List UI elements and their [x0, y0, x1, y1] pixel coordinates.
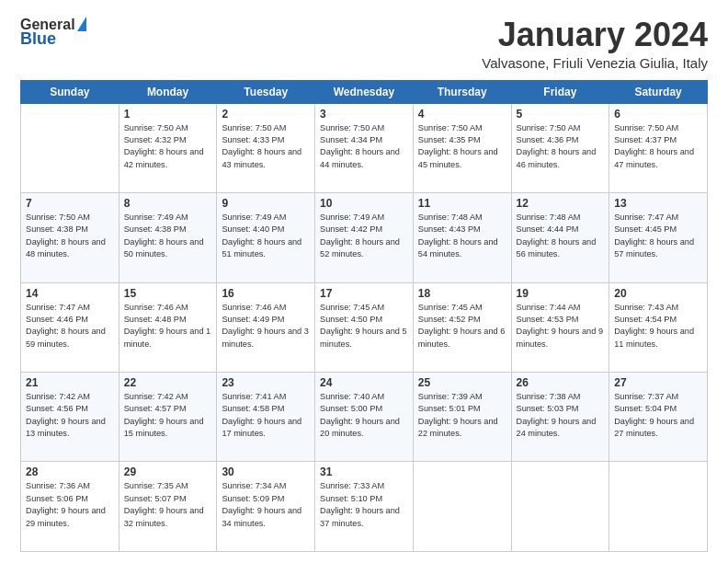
day-number: 6 — [614, 108, 702, 121]
day-number: 16 — [222, 287, 310, 300]
day-number: 13 — [614, 197, 702, 210]
day-number: 3 — [320, 108, 408, 121]
table-cell — [511, 462, 609, 552]
day-number: 19 — [517, 287, 605, 300]
header: General Blue January 2024 Valvasone, Fri… — [20, 17, 708, 71]
cell-info: Sunrise: 7:48 AMSunset: 4:43 PMDaylight:… — [418, 212, 506, 260]
table-cell: 6Sunrise: 7:50 AMSunset: 4:37 PMDaylight… — [609, 103, 708, 192]
col-monday: Monday — [119, 80, 217, 103]
day-number: 27 — [614, 376, 702, 389]
calendar-header-row: Sunday Monday Tuesday Wednesday Thursday… — [21, 80, 708, 103]
table-cell: 13Sunrise: 7:47 AMSunset: 4:45 PMDayligh… — [609, 193, 708, 282]
table-cell: 27Sunrise: 7:37 AMSunset: 5:04 PMDayligh… — [609, 373, 708, 462]
page: General Blue January 2024 Valvasone, Fri… — [0, 0, 728, 563]
location: Valvasone, Friuli Venezia Giulia, Italy — [482, 55, 708, 71]
table-cell: 20Sunrise: 7:43 AMSunset: 4:54 PMDayligh… — [609, 282, 708, 372]
cell-info: Sunrise: 7:44 AMSunset: 4:53 PMDaylight:… — [517, 302, 605, 350]
table-cell: 15Sunrise: 7:46 AMSunset: 4:48 PMDayligh… — [119, 282, 217, 372]
cell-info: Sunrise: 7:46 AMSunset: 4:48 PMDaylight:… — [124, 302, 212, 350]
table-cell: 3Sunrise: 7:50 AMSunset: 4:34 PMDaylight… — [315, 103, 414, 192]
table-cell: 21Sunrise: 7:42 AMSunset: 4:56 PMDayligh… — [21, 373, 119, 462]
table-cell: 26Sunrise: 7:38 AMSunset: 5:03 PMDayligh… — [511, 373, 609, 462]
table-cell: 17Sunrise: 7:45 AMSunset: 4:50 PMDayligh… — [315, 282, 414, 372]
day-number: 28 — [26, 465, 114, 478]
day-number: 17 — [320, 287, 408, 300]
day-number: 4 — [418, 108, 506, 121]
table-cell: 11Sunrise: 7:48 AMSunset: 4:43 PMDayligh… — [413, 193, 511, 282]
day-number: 9 — [222, 197, 310, 210]
cell-info: Sunrise: 7:49 AMSunset: 4:38 PMDaylight:… — [124, 212, 212, 260]
cell-info: Sunrise: 7:49 AMSunset: 4:42 PMDaylight:… — [320, 212, 408, 260]
day-number: 11 — [418, 197, 506, 210]
cell-info: Sunrise: 7:39 AMSunset: 5:01 PMDaylight:… — [418, 391, 506, 440]
table-cell: 1Sunrise: 7:50 AMSunset: 4:32 PMDaylight… — [119, 103, 217, 192]
table-cell: 9Sunrise: 7:49 AMSunset: 4:40 PMDaylight… — [217, 193, 315, 282]
day-number: 30 — [222, 465, 310, 478]
day-number: 23 — [222, 376, 310, 389]
cell-info: Sunrise: 7:48 AMSunset: 4:44 PMDaylight:… — [517, 212, 605, 260]
table-cell: 23Sunrise: 7:41 AMSunset: 4:58 PMDayligh… — [217, 373, 315, 462]
table-cell: 18Sunrise: 7:45 AMSunset: 4:52 PMDayligh… — [413, 282, 511, 372]
logo: General Blue — [20, 17, 86, 49]
day-number: 7 — [26, 197, 114, 210]
cell-info: Sunrise: 7:50 AMSunset: 4:32 PMDaylight:… — [124, 122, 212, 171]
day-number: 20 — [614, 287, 702, 300]
cell-info: Sunrise: 7:47 AMSunset: 4:46 PMDaylight:… — [26, 302, 114, 350]
day-number: 8 — [124, 197, 212, 210]
col-tuesday: Tuesday — [217, 80, 315, 103]
table-cell — [609, 462, 708, 552]
table-cell: 28Sunrise: 7:36 AMSunset: 5:06 PMDayligh… — [21, 462, 119, 552]
cell-info: Sunrise: 7:36 AMSunset: 5:06 PMDaylight:… — [26, 480, 114, 529]
table-cell: 24Sunrise: 7:40 AMSunset: 5:00 PMDayligh… — [315, 373, 414, 462]
col-wednesday: Wednesday — [315, 80, 414, 103]
table-cell: 31Sunrise: 7:33 AMSunset: 5:10 PMDayligh… — [315, 462, 414, 552]
table-cell: 12Sunrise: 7:48 AMSunset: 4:44 PMDayligh… — [511, 193, 609, 282]
cell-info: Sunrise: 7:45 AMSunset: 4:50 PMDaylight:… — [320, 302, 408, 350]
day-number: 25 — [418, 376, 506, 389]
day-number: 29 — [124, 465, 212, 478]
cell-info: Sunrise: 7:50 AMSunset: 4:38 PMDaylight:… — [26, 212, 114, 260]
table-cell: 5Sunrise: 7:50 AMSunset: 4:36 PMDaylight… — [511, 103, 609, 192]
cell-info: Sunrise: 7:50 AMSunset: 4:34 PMDaylight:… — [320, 122, 408, 171]
cell-info: Sunrise: 7:50 AMSunset: 4:36 PMDaylight:… — [517, 122, 605, 171]
day-number: 5 — [517, 108, 605, 121]
cell-info: Sunrise: 7:41 AMSunset: 4:58 PMDaylight:… — [222, 391, 310, 440]
table-cell: 16Sunrise: 7:46 AMSunset: 4:49 PMDayligh… — [217, 282, 315, 372]
title-block: January 2024 Valvasone, Friuli Venezia G… — [482, 17, 708, 71]
cell-info: Sunrise: 7:47 AMSunset: 4:45 PMDaylight:… — [614, 212, 702, 260]
table-cell: 4Sunrise: 7:50 AMSunset: 4:35 PMDaylight… — [413, 103, 511, 192]
table-cell: 22Sunrise: 7:42 AMSunset: 4:57 PMDayligh… — [119, 373, 217, 462]
col-saturday: Saturday — [609, 80, 708, 103]
cell-info: Sunrise: 7:42 AMSunset: 4:56 PMDaylight:… — [26, 391, 114, 440]
logo-blue-text: Blue — [20, 29, 56, 49]
cell-info: Sunrise: 7:50 AMSunset: 4:37 PMDaylight:… — [614, 122, 702, 171]
day-number: 1 — [124, 108, 212, 121]
day-number: 15 — [124, 287, 212, 300]
table-cell: 7Sunrise: 7:50 AMSunset: 4:38 PMDaylight… — [21, 193, 119, 282]
cell-info: Sunrise: 7:42 AMSunset: 4:57 PMDaylight:… — [124, 391, 212, 440]
day-number: 2 — [222, 108, 310, 121]
cell-info: Sunrise: 7:37 AMSunset: 5:04 PMDaylight:… — [614, 391, 702, 440]
calendar-table: Sunday Monday Tuesday Wednesday Thursday… — [20, 80, 708, 552]
cell-info: Sunrise: 7:43 AMSunset: 4:54 PMDaylight:… — [614, 302, 702, 350]
table-cell: 29Sunrise: 7:35 AMSunset: 5:07 PMDayligh… — [119, 462, 217, 552]
table-cell: 2Sunrise: 7:50 AMSunset: 4:33 PMDaylight… — [217, 103, 315, 192]
day-number: 10 — [320, 197, 408, 210]
table-cell — [21, 103, 119, 192]
cell-info: Sunrise: 7:33 AMSunset: 5:10 PMDaylight:… — [320, 480, 408, 529]
cell-info: Sunrise: 7:40 AMSunset: 5:00 PMDaylight:… — [320, 391, 408, 440]
day-number: 12 — [517, 197, 605, 210]
day-number: 26 — [517, 376, 605, 389]
cell-info: Sunrise: 7:35 AMSunset: 5:07 PMDaylight:… — [124, 480, 212, 529]
cell-info: Sunrise: 7:34 AMSunset: 5:09 PMDaylight:… — [222, 480, 310, 529]
cell-info: Sunrise: 7:46 AMSunset: 4:49 PMDaylight:… — [222, 302, 310, 350]
cell-info: Sunrise: 7:38 AMSunset: 5:03 PMDaylight:… — [517, 391, 605, 440]
day-number: 24 — [320, 376, 408, 389]
table-cell: 30Sunrise: 7:34 AMSunset: 5:09 PMDayligh… — [217, 462, 315, 552]
logo-triangle-icon — [77, 17, 86, 31]
table-cell — [413, 462, 511, 552]
cell-info: Sunrise: 7:50 AMSunset: 4:33 PMDaylight:… — [222, 122, 310, 171]
day-number: 21 — [26, 376, 114, 389]
day-number: 14 — [26, 287, 114, 300]
cell-info: Sunrise: 7:49 AMSunset: 4:40 PMDaylight:… — [222, 212, 310, 260]
